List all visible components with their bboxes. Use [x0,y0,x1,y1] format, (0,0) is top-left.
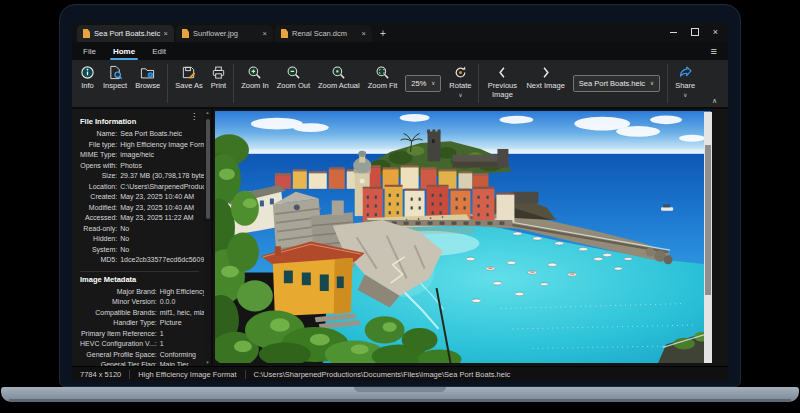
scroll-down-icon[interactable]: ▼ [204,360,211,365]
file-selector-dropdown[interactable]: Sea Port Boats.heic∨ [573,75,660,92]
tab[interactable]: Sunflower.jpg × [176,25,273,42]
metadata-label: System: [80,245,117,256]
zoom-actual-button[interactable]: Zoom Actual [314,60,364,107]
inspect-icon [108,65,123,80]
metadata-row: Hidden: No [80,234,213,245]
tab-close-icon[interactable]: × [362,29,366,38]
toolbar-separator [667,64,668,103]
metadata-label: Created: [80,192,117,203]
metadata-row: System: No [80,245,213,256]
maximize-button[interactable] [691,28,699,36]
metadata-label: Compatible Brands: [80,308,157,319]
rotate-icon [453,65,468,80]
metadata-label: General Profile Space: [80,350,157,361]
print-button[interactable]: Print [207,60,230,107]
browse-button[interactable]: Browse [131,60,164,107]
zoom-out-button[interactable]: Zoom Out [273,60,314,107]
metadata-row: File type: High Efficiency Image Format … [80,140,213,151]
share-button[interactable]: Share ∨ [671,60,699,107]
metadata-row: Major Brand: High Efficiency Image ... [80,287,213,298]
zoom-actual-icon [331,65,346,80]
metadata-label: File type: [80,140,117,151]
chevron-down-icon: ∨ [431,81,435,87]
metadata-value: 1dce2cb33577ecd6dc560908e... [117,255,213,266]
zoom-level-dropdown[interactable]: 25%∨ [405,75,441,92]
share-icon [678,65,693,80]
metadata-label: Primary Item Reference: [80,329,157,340]
info-icon [80,65,95,80]
metadata-row: Location: C:\Users\SharpenedProductio... [80,182,213,193]
kebab-menu-icon[interactable]: ⋮ [190,113,198,121]
image-format: High Efficiency Image Format [130,370,244,379]
file-icon [281,29,288,38]
title-bar: Sea Port Boats.heic × Sunflower.jpg × Re… [72,22,728,42]
new-tab-button[interactable]: + [374,25,392,42]
photo-canvas [215,111,711,363]
zoom-in-icon [247,65,262,80]
tab[interactable]: Renal Scan.dcm × [275,25,372,42]
tab-close-icon[interactable]: × [263,29,267,38]
rotate-button[interactable]: Rotate ∨ [445,60,475,107]
metadata-value: May 23, 2025 10:40 AM [117,203,213,214]
metadata-label: MIME Type: [80,150,117,161]
minimize-button[interactable] [670,32,677,33]
zoom-fit-icon [375,65,390,80]
toolbar-separator [167,64,168,103]
photo-area[interactable] [215,111,711,363]
collapse-ribbon-icon[interactable]: ∧ [712,97,717,104]
image-scrollbar[interactable] [704,112,712,363]
next-image-button[interactable]: Next Image [522,60,568,107]
sidebar-section: File Information Name: Sea Port Boats.he… [80,117,199,266]
metadata-value: image/heic [117,150,213,161]
zoom-in-button[interactable]: Zoom In [237,60,273,107]
print-icon [211,65,226,80]
window-controls: × [670,26,718,38]
metadata-label: Major Brand: [80,287,157,298]
metadata-row: Handler Type: Picture [80,318,213,329]
metadata-value: No [117,234,213,245]
hamburger-icon[interactable]: ≡ [711,46,717,57]
metadata-row: General Tier Flag: Main Tier [80,360,213,366]
sidebar-scrollbar[interactable]: ▲ ▼ [204,109,211,366]
metadata-value: C:\Users\SharpenedProductio... [117,182,213,193]
metadata-label: Accessed: [80,213,117,224]
zoom-fit-button[interactable]: Zoom Fit [364,60,402,107]
metadata-value: May 23, 2025 11:22 AM [117,213,213,224]
tab-close-icon[interactable]: × [164,29,168,38]
toolbar-separator [478,64,479,103]
zoom-out-icon [286,65,301,80]
save-as-icon [181,65,196,80]
close-button[interactable]: × [713,28,718,37]
scrollbar-thumb[interactable] [705,145,711,296]
metadata-value: 29.37 MB (30,798,178 bytes) [117,171,213,182]
file-icon [83,29,90,38]
metadata-label: Modified: [80,203,117,214]
info-button[interactable]: Info [76,60,99,107]
scrollbar-thumb[interactable] [206,119,210,219]
tab-label: Sunflower.jpg [193,29,260,38]
save-as-button[interactable]: Save As [171,60,207,107]
inspect-button[interactable]: Inspect [99,60,131,107]
metadata-row: Compatible Brands: mif1, heic, miaf [80,308,213,319]
image-dimensions: 7784 x 5120 [72,370,129,379]
menu-file[interactable]: File [82,42,97,60]
chevron-right-icon [538,65,553,80]
status-bar: 7784 x 5120 High Efficiency Image Format… [72,366,728,381]
menu-edit[interactable]: Edit [151,42,167,60]
tab[interactable]: Sea Port Boats.heic × [77,25,174,42]
metadata-row: Primary Item Reference: 1 [80,329,213,340]
metadata-value: No [117,245,213,256]
metadata-label: MD5: [80,255,117,266]
metadata-row: Name: Sea Port Boats.heic [80,129,213,140]
metadata-label: Name: [80,129,117,140]
image-viewer [213,109,728,366]
sidebar-section: Image Metadata Major Brand: High Efficie… [80,275,199,367]
scroll-up-icon[interactable]: ▲ [204,110,211,115]
metadata-label: Hidden: [80,234,117,245]
previous-image-button[interactable]: Previous Image [482,60,522,107]
chevron-down-icon: ∨ [683,93,687,99]
metadata-row: Size: 29.37 MB (30,798,178 bytes) [80,171,213,182]
menu-home[interactable]: Home [112,42,136,60]
metadata-label: Opens with: [80,161,117,172]
metadata-value: Photos [117,161,213,172]
